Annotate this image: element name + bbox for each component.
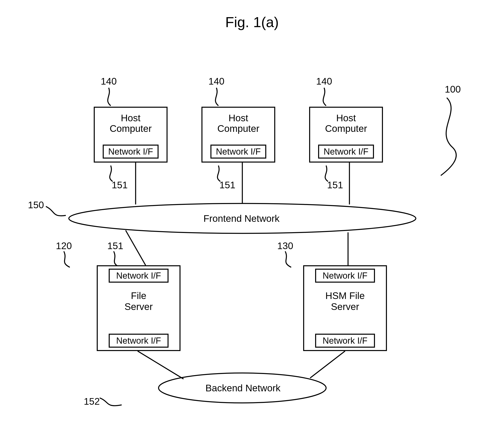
leader-151c	[325, 166, 328, 182]
host3-nif-text: Network I/F	[324, 146, 369, 157]
hsm-nif-bottom-text: Network I/F	[323, 336, 368, 346]
leader-152	[100, 398, 122, 406]
ref-151a: 151	[112, 180, 128, 191]
figure-title: Fig. 1(a)	[0, 14, 504, 30]
ref-140b: 140	[209, 76, 224, 87]
conn-hsm-backend	[310, 351, 345, 378]
hsm-file-server: Network I/F HSM File Server Network I/F	[303, 265, 387, 351]
backend-network-label: Backend Network	[205, 383, 280, 393]
host3-line2: Computer	[325, 123, 367, 134]
file-server-line1: File	[131, 290, 146, 301]
host2-nif: Network I/F	[210, 145, 266, 159]
diagram-stage: Fig. 1(a) Host Computer Network I/F Host…	[0, 0, 504, 439]
leader-140b	[215, 88, 218, 106]
host-computer-1: Host Computer Network I/F	[94, 107, 168, 163]
file-server-line2: Server	[124, 301, 153, 312]
host1-nif-text: Network I/F	[108, 146, 153, 157]
hsm-line2: Server	[331, 301, 359, 312]
leader-151d	[114, 251, 120, 267]
leader-151a	[110, 166, 113, 182]
hsm-label: HSM File Server	[304, 290, 386, 312]
ref-140c: 140	[316, 76, 332, 87]
ref-151b: 151	[219, 180, 235, 191]
host-computer-2: Host Computer Network I/F	[201, 107, 275, 163]
leader-120	[64, 251, 70, 267]
ref-152: 152	[84, 396, 100, 407]
hsm-nif-top: Network I/F	[315, 269, 375, 283]
host1-label: Host Computer	[95, 113, 167, 134]
conn-fileserver-backend	[138, 351, 184, 379]
leader-130	[285, 251, 291, 267]
frontend-network-label: Frontend Network	[203, 213, 280, 224]
host2-line1: Host	[229, 113, 248, 123]
file-server-nif-bottom-text: Network I/F	[116, 336, 161, 346]
leader-151b	[217, 166, 220, 182]
ref-151d: 151	[107, 240, 123, 251]
file-server: Network I/F File Server Network I/F	[97, 265, 181, 351]
host2-nif-text: Network I/F	[216, 146, 261, 157]
ref-140a: 140	[101, 76, 117, 87]
host1-line2: Computer	[110, 123, 152, 134]
conn-frontend-fileserver	[126, 230, 146, 265]
host2-label: Host Computer	[202, 113, 274, 134]
leader-140c	[323, 88, 326, 106]
hsm-line1: HSM File	[325, 290, 365, 301]
host3-label: Host Computer	[310, 113, 382, 134]
host3-nif: Network I/F	[318, 145, 374, 159]
leader-100	[441, 98, 456, 175]
ref-151c: 151	[327, 180, 343, 191]
file-server-nif-top-text: Network I/F	[116, 271, 161, 281]
host1-nif: Network I/F	[103, 145, 159, 159]
ref-120: 120	[56, 240, 72, 251]
leader-150	[46, 207, 66, 216]
file-server-nif-bottom: Network I/F	[109, 334, 169, 348]
file-server-label: File Server	[98, 290, 180, 312]
ref-150: 150	[28, 199, 44, 210]
figure-title-text: Fig. 1(a)	[225, 14, 279, 30]
ref-100: 100	[445, 84, 461, 95]
host1-line1: Host	[121, 113, 141, 123]
ref-130: 130	[277, 240, 293, 251]
host-computer-3: Host Computer Network I/F	[309, 107, 383, 163]
host3-line1: Host	[336, 113, 356, 123]
host2-line2: Computer	[217, 123, 259, 134]
hsm-nif-bottom: Network I/F	[315, 334, 375, 348]
file-server-nif-top: Network I/F	[109, 269, 169, 283]
hsm-nif-top-text: Network I/F	[323, 271, 368, 281]
leader-140a	[108, 88, 111, 106]
